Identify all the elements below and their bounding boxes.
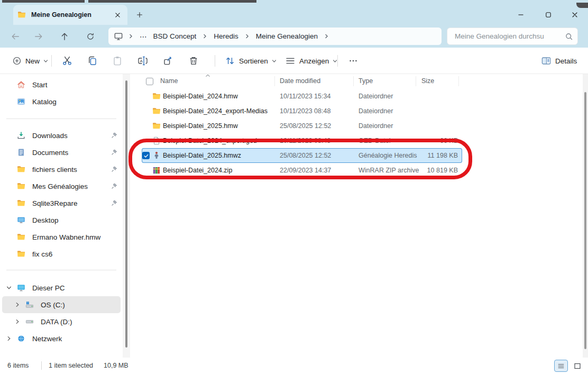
- sidebar-item-fix-cs6[interactable]: fix cs6: [2, 245, 121, 262]
- sidebar-item-downloads[interactable]: Downloads: [2, 127, 121, 144]
- chevron-right-icon[interactable]: [15, 319, 20, 324]
- sidebar-item-netzwerk[interactable]: Netzwerk: [2, 330, 121, 347]
- up-button[interactable]: [57, 29, 72, 44]
- select-all-checkbox[interactable]: [146, 78, 153, 85]
- sidebar-divider: [6, 118, 116, 119]
- details-pane-button[interactable]: Details: [536, 52, 582, 70]
- sort-button-label: Sortieren: [239, 57, 268, 65]
- content-area: Start Katalog Downloads Documents fichie…: [0, 74, 588, 358]
- tab-close-icon[interactable]: [112, 9, 123, 21]
- close-button[interactable]: [563, 7, 587, 22]
- sort-ascending-icon: [205, 74, 210, 77]
- breadcrumb: ⋯ BSD Concept Heredis Meine Genealogien: [108, 28, 442, 45]
- cut-button[interactable]: [58, 52, 77, 70]
- tab-meine-genealogien[interactable]: Meine Genealogien: [13, 5, 127, 25]
- file-row-selected[interactable]: Beispiel-Datei_2025.hmwz 25/08/2025 12:5…: [142, 148, 462, 163]
- chevron-down-icon[interactable]: [6, 285, 12, 290]
- folder-icon: [152, 92, 161, 101]
- downloads-icon: [17, 131, 25, 140]
- tab-title: Meine Genealogien: [31, 11, 112, 19]
- new-tab-button[interactable]: [133, 8, 146, 21]
- network-icon: [17, 334, 25, 343]
- sidebar-item-katalog[interactable]: Katalog: [2, 93, 121, 110]
- search-input[interactable]: [454, 32, 565, 41]
- column-header-size[interactable]: Size: [421, 77, 434, 85]
- chevron-right-icon: [324, 34, 329, 39]
- desktop-icon: [17, 216, 25, 224]
- folder-icon: [17, 233, 25, 241]
- view-button[interactable]: Anzeigen: [280, 52, 342, 70]
- command-toolbar: New Sortieren Anzeigen Details: [0, 48, 588, 74]
- sidebar-item-ermano-wabner[interactable]: Ermano Wabner.hmw: [2, 229, 121, 245]
- chevron-right-icon: [203, 34, 207, 39]
- sidebar-item-fichiers-clients[interactable]: fichiers clients: [2, 161, 121, 178]
- file-explorer-window: Meine Genealogien ⋯ BSD Concept Heredis …: [0, 0, 588, 374]
- forward-button[interactable]: [31, 29, 47, 44]
- sidebar-scrollbar[interactable]: [123, 74, 130, 358]
- rename-button[interactable]: [133, 52, 152, 70]
- main-scrollbar-thumb[interactable]: [584, 92, 586, 349]
- delete-button[interactable]: [184, 52, 203, 70]
- sidebar-item-data-d[interactable]: DATA (D:): [2, 313, 121, 330]
- column-header-type[interactable]: Type: [359, 77, 373, 85]
- refresh-button[interactable]: [82, 29, 98, 44]
- folder-icon: [17, 182, 25, 190]
- home-icon: [17, 80, 25, 89]
- breadcrumb-item-bsd-concept[interactable]: BSD Concept: [152, 31, 198, 41]
- search-box[interactable]: [447, 28, 578, 45]
- column-header-row: Name Date modified Type Size: [130, 74, 583, 88]
- file-icon: [152, 136, 161, 145]
- chevron-right-icon[interactable]: [15, 302, 20, 307]
- sidebar-item-documents[interactable]: Documents: [2, 144, 121, 161]
- paste-button[interactable]: [108, 52, 127, 70]
- folder-icon: [17, 250, 25, 258]
- sidebar-scrollbar-thumb[interactable]: [125, 80, 127, 348]
- os-drive-icon: [25, 300, 34, 309]
- share-button[interactable]: [159, 52, 178, 70]
- more-options-button[interactable]: [344, 52, 363, 70]
- file-row[interactable]: Beispiel-Datei_2024.hmw 10/11/2023 15:34…: [142, 89, 462, 104]
- file-row[interactable]: Beispiel-Datei_2024_export-Medias 10/11/…: [142, 104, 462, 118]
- pin-icon: [111, 166, 117, 172]
- row-checkbox-checked[interactable]: [142, 152, 150, 159]
- details-view-toggle[interactable]: [554, 360, 568, 372]
- view-button-label: Anzeigen: [299, 57, 329, 65]
- new-button[interactable]: New: [7, 52, 53, 70]
- file-row[interactable]: Beispiel-Datei_2025.hmw 25/08/2025 12:52…: [142, 118, 462, 133]
- breadcrumb-overflow[interactable]: ⋯: [139, 31, 148, 42]
- minimize-button[interactable]: [509, 7, 533, 22]
- back-button[interactable]: [7, 29, 23, 44]
- breadcrumb-item-meine-genealogien[interactable]: Meine Genealogien: [255, 31, 319, 41]
- folder-icon: [152, 122, 161, 130]
- sort-button[interactable]: Sortieren: [220, 52, 281, 70]
- main-scrollbar[interactable]: [583, 74, 588, 358]
- sidebar-item-sqlite3repare[interactable]: Sqlite3Repare: [2, 195, 121, 212]
- search-icon[interactable]: [565, 32, 573, 41]
- sidebar-item-start[interactable]: Start: [2, 76, 121, 93]
- pin-icon: [111, 183, 117, 189]
- column-header-date[interactable]: Date modified: [280, 77, 320, 85]
- sidebar-divider: [6, 270, 116, 270]
- folder-icon: [152, 107, 161, 115]
- chevron-down-icon: [333, 59, 337, 63]
- sidebar-item-mes-genealogies[interactable]: Mes Généalogies: [2, 178, 121, 195]
- sidebar-item-dieser-pc[interactable]: Dieser PC: [2, 279, 121, 296]
- document-icon: [17, 148, 25, 157]
- sidebar-item-os-c[interactable]: OS (C:): [2, 296, 121, 313]
- this-pc-icon[interactable]: [114, 32, 123, 41]
- sidebar-item-desktop[interactable]: Desktop: [2, 212, 121, 229]
- file-row[interactable]: Beispiel-Datei_2024_export.ged 10/11/202…: [142, 133, 462, 148]
- maximize-button[interactable]: [536, 7, 561, 22]
- copy-button[interactable]: [83, 52, 102, 70]
- details-button-label: Details: [555, 57, 577, 65]
- chevron-right-icon[interactable]: [6, 336, 12, 341]
- selection-count: 1 item selected: [49, 362, 93, 369]
- thumbnail-view-toggle[interactable]: [571, 360, 584, 372]
- file-row[interactable]: Beispiel-Datei_2024.zip 22/09/2023 14:37…: [142, 163, 462, 178]
- selection-size: 10,9 MB: [104, 362, 128, 369]
- breadcrumb-item-heredis[interactable]: Heredis: [213, 31, 240, 41]
- column-header-name[interactable]: Name: [160, 77, 178, 85]
- details-pane-icon: [541, 56, 552, 66]
- folder-icon: [17, 199, 25, 207]
- navigation-pane: Start Katalog Downloads Documents fichie…: [0, 74, 123, 358]
